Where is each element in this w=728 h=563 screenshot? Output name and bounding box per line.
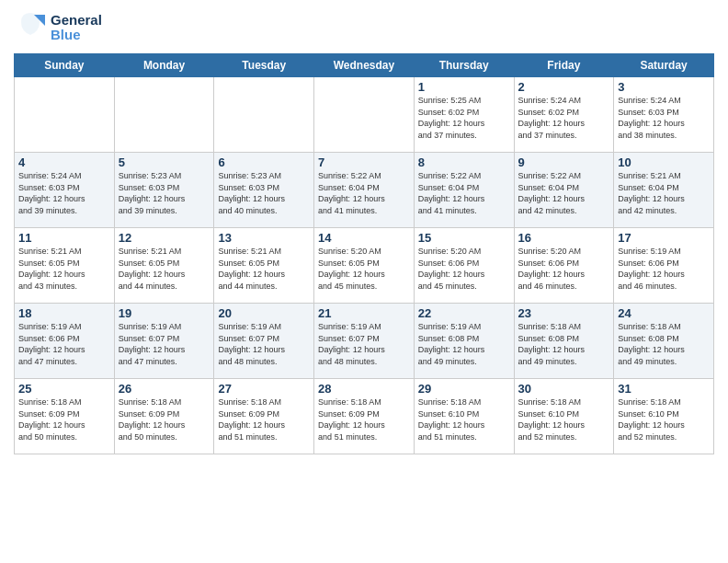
day-info-line: and 49 minutes. (418, 356, 510, 368)
day-info-line: Daylight: 12 hours (418, 419, 510, 431)
day-number: 12 (119, 231, 210, 245)
day-number: 5 (119, 155, 210, 169)
day-info-line: Daylight: 12 hours (318, 269, 410, 281)
day-info-line: Sunrise: 5:22 AM (418, 170, 510, 182)
day-info-line: Sunset: 6:09 PM (119, 408, 210, 420)
day-info-line: Sunrise: 5:22 AM (318, 170, 410, 182)
day-info: Sunrise: 5:21 AMSunset: 6:05 PMDaylight:… (18, 246, 110, 292)
day-info-line: Sunset: 6:08 PM (518, 333, 610, 345)
day-info-line: Sunrise: 5:18 AM (518, 321, 610, 333)
day-info: Sunrise: 5:18 AMSunset: 6:08 PMDaylight:… (618, 321, 710, 367)
day-info-line: Sunrise: 5:19 AM (218, 321, 310, 333)
day-info-line: and 45 minutes. (418, 281, 510, 293)
day-info: Sunrise: 5:19 AMSunset: 6:06 PMDaylight:… (18, 321, 110, 367)
day-info: Sunrise: 5:21 AMSunset: 6:04 PMDaylight:… (618, 170, 710, 216)
day-info-line: Daylight: 12 hours (318, 193, 410, 205)
table-row: 21Sunrise: 5:19 AMSunset: 6:07 PMDayligh… (314, 304, 415, 379)
day-info-line: and 49 minutes. (518, 356, 610, 368)
day-info: Sunrise: 5:18 AMSunset: 6:09 PMDaylight:… (18, 396, 110, 442)
table-row: 2Sunrise: 5:24 AMSunset: 6:02 PMDaylight… (514, 77, 614, 153)
day-info-line: Sunset: 6:03 PM (119, 182, 210, 194)
day-info-line: Daylight: 12 hours (18, 344, 110, 356)
day-info-line: Sunrise: 5:20 AM (418, 246, 510, 258)
day-info-line: Sunrise: 5:24 AM (18, 170, 110, 182)
day-info-line: Sunrise: 5:18 AM (119, 396, 210, 408)
col-monday: Monday (114, 54, 214, 77)
day-info-line: Sunset: 6:05 PM (18, 258, 110, 270)
day-info-line: Sunset: 6:04 PM (318, 182, 410, 194)
day-info-line: Sunset: 6:04 PM (518, 182, 610, 194)
day-number: 11 (18, 231, 110, 245)
day-info: Sunrise: 5:23 AMSunset: 6:03 PMDaylight:… (119, 170, 210, 216)
calendar-row: 18Sunrise: 5:19 AMSunset: 6:06 PMDayligh… (15, 304, 714, 379)
table-row: 5Sunrise: 5:23 AMSunset: 6:03 PMDaylight… (114, 153, 214, 228)
day-info-line: Sunrise: 5:18 AM (418, 396, 510, 408)
day-number: 4 (18, 155, 110, 169)
day-info-line: and 48 minutes. (318, 356, 410, 368)
logo-blue: Blue (51, 28, 102, 43)
day-info-line: and 50 minutes. (119, 431, 210, 443)
day-info-line: Daylight: 12 hours (119, 269, 210, 281)
day-info-line: and 51 minutes. (418, 431, 510, 443)
day-info-line: Sunrise: 5:24 AM (518, 95, 610, 107)
day-info-line: and 52 minutes. (618, 431, 710, 443)
day-info-line: Sunset: 6:05 PM (318, 258, 410, 270)
day-info-line: and 44 minutes. (119, 281, 210, 293)
day-info-line: Daylight: 12 hours (618, 118, 710, 130)
day-info-line: Sunset: 6:06 PM (618, 258, 710, 270)
table-row: 28Sunrise: 5:18 AMSunset: 6:09 PMDayligh… (314, 379, 415, 454)
day-info-line: Sunset: 6:03 PM (218, 182, 310, 194)
day-info-line: Daylight: 12 hours (218, 419, 310, 431)
day-info-line: Sunset: 6:07 PM (218, 333, 310, 345)
day-info-line: Daylight: 12 hours (518, 193, 610, 205)
day-info-line: and 45 minutes. (318, 281, 410, 293)
day-info-line: Sunrise: 5:21 AM (218, 246, 310, 258)
day-info-line: Sunset: 6:06 PM (18, 333, 110, 345)
day-info-line: Daylight: 12 hours (318, 344, 410, 356)
day-info-line: Daylight: 12 hours (18, 193, 110, 205)
day-info-line: and 48 minutes. (218, 356, 310, 368)
col-wednesday: Wednesday (314, 54, 415, 77)
day-info-line: and 37 minutes. (518, 130, 610, 142)
day-info-line: Sunset: 6:02 PM (418, 107, 510, 119)
day-info-line: Daylight: 12 hours (418, 193, 510, 205)
day-info-line: and 46 minutes. (518, 281, 610, 293)
day-info: Sunrise: 5:18 AMSunset: 6:10 PMDaylight:… (618, 396, 710, 442)
day-info-line: Daylight: 12 hours (318, 419, 410, 431)
day-info-line: Sunrise: 5:25 AM (418, 95, 510, 107)
table-row: 19Sunrise: 5:19 AMSunset: 6:07 PMDayligh… (114, 304, 214, 379)
day-info-line: and 51 minutes. (318, 431, 410, 443)
day-info: Sunrise: 5:18 AMSunset: 6:09 PMDaylight:… (119, 396, 210, 442)
day-info-line: Daylight: 12 hours (119, 344, 210, 356)
table-row: 17Sunrise: 5:19 AMSunset: 6:06 PMDayligh… (614, 228, 714, 304)
day-info-line: Daylight: 12 hours (518, 269, 610, 281)
calendar-row: 11Sunrise: 5:21 AMSunset: 6:05 PMDayligh… (15, 228, 714, 304)
table-row: 20Sunrise: 5:19 AMSunset: 6:07 PMDayligh… (214, 304, 314, 379)
day-info: Sunrise: 5:18 AMSunset: 6:09 PMDaylight:… (218, 396, 310, 442)
table-row: 24Sunrise: 5:18 AMSunset: 6:08 PMDayligh… (614, 304, 714, 379)
day-info-line: Daylight: 12 hours (618, 269, 710, 281)
table-row: 25Sunrise: 5:18 AMSunset: 6:09 PMDayligh… (15, 379, 115, 454)
day-info: Sunrise: 5:19 AMSunset: 6:07 PMDaylight:… (218, 321, 310, 367)
day-info-line: and 42 minutes. (618, 205, 710, 217)
day-number: 8 (418, 155, 510, 169)
day-info-line: Daylight: 12 hours (618, 419, 710, 431)
day-info-line: Daylight: 12 hours (218, 193, 310, 205)
day-info-line: and 44 minutes. (218, 281, 310, 293)
day-info-line: Sunrise: 5:19 AM (119, 321, 210, 333)
day-number: 3 (618, 80, 710, 94)
day-info-line: Daylight: 12 hours (18, 419, 110, 431)
day-info-line: Sunset: 6:09 PM (18, 408, 110, 420)
day-info-line: Sunset: 6:09 PM (218, 408, 310, 420)
day-info-line: Sunrise: 5:18 AM (618, 396, 710, 408)
day-info-line: Daylight: 12 hours (418, 269, 510, 281)
day-number: 1 (418, 80, 510, 94)
day-number: 20 (218, 306, 310, 320)
day-number: 15 (418, 231, 510, 245)
day-info-line: Daylight: 12 hours (618, 344, 710, 356)
day-info-line: Daylight: 12 hours (218, 344, 310, 356)
table-row: 23Sunrise: 5:18 AMSunset: 6:08 PMDayligh… (514, 304, 614, 379)
day-info-line: Sunset: 6:05 PM (119, 258, 210, 270)
day-info: Sunrise: 5:22 AMSunset: 6:04 PMDaylight:… (318, 170, 410, 216)
day-number: 24 (618, 306, 710, 320)
